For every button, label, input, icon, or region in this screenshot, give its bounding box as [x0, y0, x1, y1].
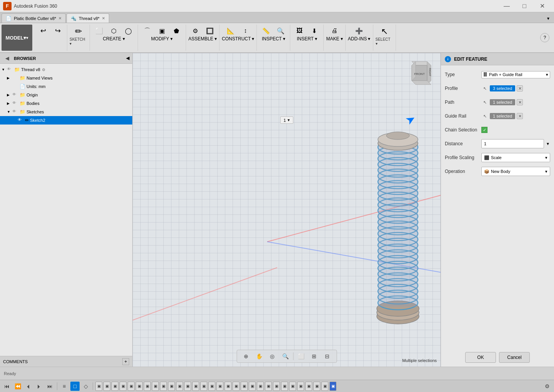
timeline-item-21[interactable]: ▣ — [257, 382, 264, 391]
tree-item-units[interactable]: 📄 Units: mm — [0, 82, 132, 91]
timeline-item-28[interactable]: ▣ — [313, 382, 320, 391]
tree-item-sketch2[interactable]: 👁 ✏ Sketch2 — [0, 116, 132, 125]
timeline-item-3[interactable]: ▣ — [111, 382, 118, 391]
timeline-item-14[interactable]: ▣ — [200, 382, 207, 391]
timeline-item-11[interactable]: ▣ — [176, 382, 183, 391]
assemble-joint-button[interactable]: ⚙ — [188, 25, 202, 36]
close-button[interactable]: ✕ — [533, 0, 551, 12]
timeline-item-16[interactable]: ▣ — [216, 382, 223, 391]
view-cube-button[interactable]: ⊟ — [322, 352, 333, 361]
grid-button[interactable]: ⊞ — [309, 352, 319, 361]
construct-axis-button[interactable]: ↕ — [238, 25, 252, 36]
tab-chevron[interactable]: ▾ — [544, 16, 552, 23]
timeline-item-13[interactable]: ▣ — [192, 382, 199, 391]
tree-item-bodies[interactable]: ▶ 👁 📁 Bodies — [0, 99, 132, 108]
viewport[interactable]: ➤ 1 ▾ FRONT RIGHT — [133, 53, 441, 367]
timeline-item-9[interactable]: ▣ — [160, 382, 167, 391]
timeline-item-8[interactable]: ▣ — [152, 382, 159, 391]
minimize-button[interactable]: — — [498, 0, 516, 12]
tab-close-button[interactable]: ✕ — [58, 16, 62, 20]
construct-plane-button[interactable]: 📐 — [224, 25, 238, 36]
assemble-component-button[interactable]: 🔲 — [203, 25, 217, 36]
playback-prev-button[interactable]: ⏪ — [13, 382, 22, 391]
make-3dprint-button[interactable]: 🖨 — [328, 25, 341, 36]
redo-button[interactable]: ↪ — [51, 25, 65, 36]
timeline-filter-button[interactable]: ◇ — [81, 382, 90, 391]
undo-button[interactable]: ↩ — [36, 25, 50, 36]
playback-end-button[interactable]: ⏭ — [45, 382, 55, 391]
zoom-button[interactable]: 🔍 — [280, 352, 291, 361]
look-at-button[interactable]: ◎ — [267, 352, 278, 361]
timeline-item-24[interactable]: ▣ — [281, 382, 288, 391]
playback-back-button[interactable]: ⏴ — [24, 382, 33, 391]
modify-fillet-button[interactable]: ⌒ — [140, 25, 154, 36]
timeline-item-30[interactable]: ▣ — [329, 382, 336, 391]
timeline-item-4[interactable]: ▣ — [120, 382, 126, 391]
timeline-item-2[interactable]: ▣ — [103, 382, 110, 391]
modify-press-button[interactable]: ▣ — [155, 25, 169, 36]
profile-scaling-dropdown[interactable]: ⬛ Scale ▾ — [481, 153, 550, 162]
timeline-item-25[interactable]: ▣ — [289, 382, 296, 391]
tab-platic-bottle[interactable]: 📄 Platic Bottle Cutter v8* ✕ — [2, 13, 66, 23]
timeline-item-19[interactable]: ▣ — [241, 382, 248, 391]
mode-selector[interactable]: MODEL ▾ — [2, 25, 32, 51]
modify-combine-button[interactable]: ⬟ — [170, 25, 183, 36]
timeline-item-20[interactable]: ▣ — [249, 382, 256, 391]
pan-button[interactable]: ✋ — [254, 352, 265, 361]
timeline-item-22[interactable]: ▣ — [265, 382, 272, 391]
timeline-item-29[interactable]: ▣ — [321, 382, 328, 391]
distance-input[interactable]: 1 — [481, 139, 544, 148]
timeline-item-17[interactable]: ▣ — [225, 382, 231, 391]
tree-item-sketches[interactable]: ▼ 👁 📁 Sketches — [0, 108, 132, 116]
settings-gear-button[interactable]: ⚙ — [542, 382, 552, 391]
timeline-item-26[interactable]: ▣ — [297, 382, 304, 391]
nav-cube[interactable]: FRONT RIGHT — [402, 58, 433, 88]
cancel-button[interactable]: Cancel — [499, 352, 530, 363]
inspect-analyze-button[interactable]: 🔍 — [274, 25, 288, 36]
timeline-item-6[interactable]: ▣ — [136, 382, 143, 391]
timeline-item-12[interactable]: ▣ — [184, 382, 191, 391]
timeline-item-15[interactable]: ▣ — [208, 382, 215, 391]
ok-button[interactable]: OK — [465, 352, 496, 363]
help-button[interactable]: ? — [540, 33, 549, 42]
playback-start-button[interactable]: ⏮ — [2, 382, 12, 391]
tab-close-button[interactable]: ✕ — [102, 16, 105, 20]
path-clear-button[interactable]: ✕ — [517, 99, 523, 105]
addins-scripts-button[interactable]: ➕ — [352, 25, 366, 36]
create-cyl-button[interactable]: ⬡ — [107, 25, 121, 36]
timeline-view-button[interactable]: □ — [70, 382, 80, 391]
tree-item-root[interactable]: ▼ 👁 📁 Thread v8 ⚙ — [0, 65, 132, 74]
timeline-item-23[interactable]: ▣ — [273, 382, 280, 391]
guide-rail-clear-button[interactable]: ✕ — [517, 113, 523, 119]
display-mode-button[interactable]: ⬜ — [296, 352, 306, 361]
maximize-button[interactable]: □ — [516, 0, 533, 12]
timeline-item-5[interactable]: ▣ — [128, 382, 135, 391]
orbit-button[interactable]: ⊕ — [241, 352, 251, 361]
playback-forward-button[interactable]: ⏵ — [35, 382, 44, 391]
nav-back[interactable]: ◀ — [3, 55, 11, 62]
timeline-item-10[interactable]: ▣ — [168, 382, 175, 391]
timeline-item-1[interactable]: ▣ — [95, 382, 102, 391]
timeline-item-18[interactable]: ▣ — [233, 382, 240, 391]
type-dropdown[interactable]: 🛤 Path + Guide Rail ▾ — [481, 71, 550, 78]
timeline-item-27[interactable]: ▣ — [305, 382, 312, 391]
zoom-dropdown-icon[interactable]: ▾ — [288, 118, 290, 123]
timeline-item-7[interactable]: ▣ — [144, 382, 151, 391]
operation-dropdown[interactable]: 📦 New Body ▾ — [481, 167, 550, 176]
timeline-settings-button[interactable]: ≡ — [60, 382, 69, 391]
browser-collapse[interactable]: ◀ — [126, 56, 129, 61]
add-comment-button[interactable]: + — [122, 358, 129, 365]
tree-item-origin[interactable]: ▶ 👁 📁 Origin — [0, 91, 132, 99]
profile-clear-button[interactable]: ✕ — [517, 85, 523, 91]
create-sphere-button[interactable]: ◯ — [121, 25, 135, 36]
select-button[interactable]: ↖ SELECT ▾ — [376, 25, 393, 47]
insert-svg-button[interactable]: ⬇ — [307, 25, 321, 36]
tab-thread[interactable]: 🔩 Thread v8* ✕ — [67, 13, 109, 23]
sketch-button[interactable]: ✏ SKETCH ▾ — [70, 25, 87, 47]
create-box-button[interactable]: ⬜ — [92, 25, 106, 36]
insert-canvas-button[interactable]: 🖼 — [293, 25, 306, 36]
chain-selection-checkbox[interactable]: ✓ — [481, 127, 487, 133]
inspect-measure-button[interactable]: 📏 — [259, 25, 273, 36]
distance-dropdown-arrow[interactable]: ▾ — [546, 141, 550, 146]
tree-item-named-views[interactable]: ▶ 📁 Named Views — [0, 74, 132, 82]
